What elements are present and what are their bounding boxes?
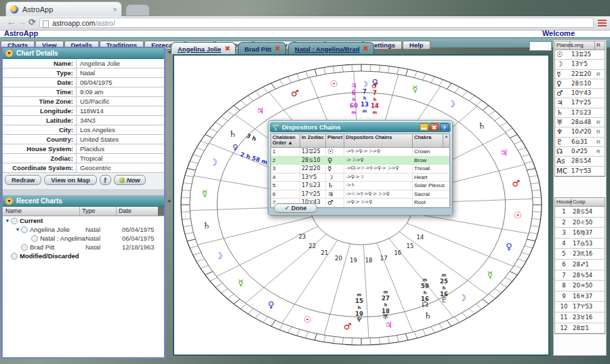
column-chaldean-order[interactable]: Chaldean Order ▲ [271,134,300,147]
back-icon[interactable]: ← [7,17,16,27]
chart-tab-brad-pitt[interactable]: Brad Pitt✖ [238,42,286,54]
dialog-molecule-icon [272,124,280,131]
tree-item-angelina-jolie[interactable]: ▼Angelina JolieNatal06/04/1975 [3,225,164,234]
new-tab-button[interactable] [126,5,149,16]
tick-mark [518,259,526,262]
browser-menu-icon[interactable] [598,20,607,26]
forward-icon[interactable]: → [18,17,26,27]
table-row: 916♓37 [555,291,605,302]
dispositor-row-6[interactable]: 617♈25♃->☉->☿->♀->☽->♀Sacral [271,190,449,199]
address-bar[interactable]: astroapp.com/astro/ [39,18,594,28]
cell-planet: ♃ [326,190,344,199]
column-planet[interactable]: Planet [326,134,344,147]
planet-hour-glyph-: ♄ [203,220,211,230]
tick-mark [388,66,390,73]
cell-r [595,108,605,117]
close-button[interactable]: ✖ [430,123,439,131]
tick-mark [241,304,247,308]
browser-tab[interactable]: AstroApp × [5,1,122,16]
browser-tab-close-icon[interactable]: × [113,5,117,14]
tick-mark [234,106,240,110]
chart-details-header[interactable]: ▼ Chart Details [3,48,164,59]
site-brand[interactable]: AstroApp [4,29,38,37]
tree-item-name: ▼Current [3,216,85,225]
menu-item-help[interactable]: Help [403,41,430,49]
help-button[interactable]: ? [440,123,449,131]
tick-mark [248,308,253,314]
dialog-title-bar[interactable]: Dispositors Chains ▬ ✖ ? [270,122,451,132]
panel-collapse-arrow-icon[interactable]: ◄ [166,198,171,204]
dispositor-row-5[interactable]: 517♋23♄->♄Solar Plexus [271,182,449,190]
dialog-title: Dispositors Chains [282,123,341,131]
view-on-map-button[interactable]: View on Map [44,175,96,185]
detail-label: Coordinate System: [3,163,77,172]
cell-order: 4 [271,174,300,182]
column-house[interactable]: House [555,198,571,206]
chart-tab-close-icon[interactable]: ✖ [274,45,280,52]
mini-input-box[interactable] [529,41,552,51]
recent-charts-header[interactable]: ▼ Recent Charts [3,196,164,207]
scrollbar-stub[interactable] [158,207,164,216]
tree-item-modified-discarded[interactable]: Modified/Discarded [3,251,164,260]
chart-tab-close-icon[interactable]: ✖ [363,45,369,52]
planet-hour-glyph-: ♃ [256,106,264,116]
tick-mark [288,77,291,83]
planet-hour-glyph-: ☽ [215,251,223,261]
tree-item-current[interactable]: ▼Current [3,216,164,225]
scroll-up-icon[interactable]: ▲ [443,134,449,147]
table-row: ♄17♋23 [555,108,605,118]
cell-long: 10♈43 [570,89,595,98]
detail-label: Zodiac: [3,154,77,163]
done-button[interactable]: ✔ Done [274,203,317,213]
facebook-button[interactable]: f [100,175,111,185]
column-long[interactable]: Long [570,41,595,49]
redraw-button[interactable]: Redraw [5,175,41,185]
chart-tab-natal-angelina-brad[interactable]: Natal : Angelina/Brad✖ [288,42,374,54]
tick-mark [510,272,517,275]
tree-item-label: Angelina Jolie [30,225,70,234]
cell-cusp: 16♓37 [571,291,605,302]
column-r[interactable]: R [595,41,605,49]
tick-mark [527,168,535,170]
tree-expander-icon[interactable]: ▼ [5,216,10,225]
column-dispositors-chains[interactable]: Dispositors Chains [344,134,413,147]
detail-value: US/Pacific [77,97,164,106]
dispositor-row-2[interactable]: 228♋10♀->☽->♀Brow [271,157,449,165]
sector-number: 21 [321,249,328,256]
detail-value: 118W14 [77,106,164,115]
reload-icon[interactable]: ⟳ [28,17,36,27]
tree-expander-icon[interactable]: ▼ [15,225,20,234]
tree-item-brad-pitt[interactable]: Brad PittNatal12/18/1963 [3,243,164,251]
tick-mark [532,190,541,190]
tick-mark [197,148,205,150]
table-row: 523♏16 [555,249,605,260]
collapse-panel-icon[interactable]: ▼ [5,197,13,205]
sector-number: 22 [308,243,316,249]
cell-planet: As [555,157,570,165]
chart-tab-label: Angelina Jolie [178,45,221,53]
planet-hour-glyph-: ☽ [447,99,455,109]
cell-r: R [595,70,605,79]
detail-value: Tropical [77,154,164,163]
chart-tab-angelina-jolie[interactable]: Angelina Jolie✖ [171,42,236,54]
table-row: MC17♈53 [555,167,605,176]
dispositor-row-1[interactable]: 113♊25☉->☿->♀->☽->♀Crown [271,148,449,157]
now-button[interactable]: Now [114,175,146,185]
column-cusp[interactable]: Cusp [571,198,605,206]
column-planet[interactable]: Planet [555,41,570,49]
column-chakra[interactable]: Chakra [413,134,443,147]
planet-hour-glyph-: ♀ [268,300,274,310]
dispositor-row-3[interactable]: 322♊20☿->☊->☉->☿->♀->☽->♀Throat [271,165,449,174]
tick-mark [333,337,334,344]
tick-mark [324,336,326,342]
column-in-zodiac[interactable]: In Zodiac [300,134,326,147]
tree-item-natal-angelina-brad[interactable]: Natal : Angelina/BradNatal06/04/1975 [3,234,164,243]
tick-mark [190,161,198,163]
collapse-panel-icon[interactable]: ▼ [5,49,13,57]
tree-item-type [85,251,122,260]
detail-row-date: Date:06/04/1975 [3,78,164,87]
dispositor-row-4[interactable]: 413♈5☽->♀->☽Heart [271,174,449,182]
chart-tab-close-icon[interactable]: ✖ [224,45,230,52]
minimize-button[interactable]: ▬ [420,123,428,131]
dispositors-chains-dialog[interactable]: Dispositors Chains ▬ ✖ ? Chaldean Order … [268,120,453,216]
